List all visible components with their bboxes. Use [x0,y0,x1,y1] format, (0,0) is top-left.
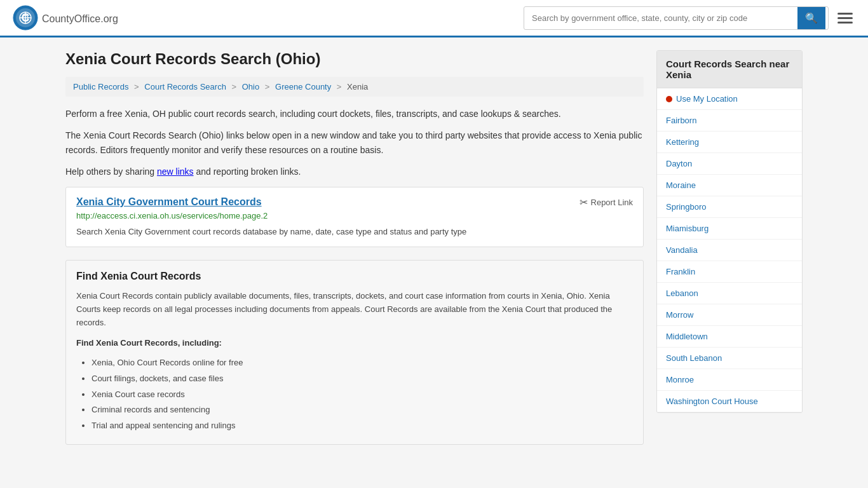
find-items-list: Xenia, Ohio Court Records online for fre… [92,355,633,433]
content-area: Xenia Court Records Search (Ohio) Public… [65,50,644,455]
record-link-title[interactable]: Xenia City Government Court Records [76,196,262,208]
intro-paragraph-1: Perform a free Xenia, OH public court re… [65,107,644,121]
logo-icon: C [13,5,38,30]
find-section-description: Xenia Court Records contain publicly ava… [76,290,633,329]
breadcrumb-greene-county[interactable]: Greene County [275,82,331,92]
sidebar-item-south-lebanon[interactable]: South Lebanon [657,348,802,369]
sidebar-item-franklin[interactable]: Franklin [657,261,802,283]
site-header: C CountyOffice.org 🔍 [0,0,868,37]
sidebar-link-monroe[interactable]: Monroe [666,375,694,384]
sidebar-item-kettering[interactable]: Kettering [657,132,802,153]
intro-3-text: Help others by sharing [65,166,154,177]
sidebar-item-moraine[interactable]: Moraine [657,175,802,196]
report-link-button[interactable]: ✂ Report Link [580,196,633,208]
sidebar-item-fairborn[interactable]: Fairborn [657,110,802,132]
logo-org: .org [100,13,118,24]
sidebar-link-miamisburg[interactable]: Miamisburg [666,224,709,233]
intro-paragraph-2: The Xenia Court Records Search (Ohio) li… [65,128,644,157]
sidebar-item-monroe[interactable]: Monroe [657,369,802,391]
location-icon [666,96,672,102]
intro-paragraph-3: Help others by sharing new links and rep… [65,165,644,179]
record-url[interactable]: http://eaccess.ci.xenia.oh.us/eservices/… [76,211,633,220]
sidebar-item-miamisburg[interactable]: Miamisburg [657,218,802,240]
find-section-title: Find Xenia Court Records [76,271,633,282]
record-description: Search Xenia City Government court recor… [76,226,633,238]
sidebar-link-vandalia[interactable]: Vandalia [666,245,698,255]
sidebar-link-kettering[interactable]: Kettering [666,137,699,147]
search-icon: 🔍 [805,13,818,24]
sidebar-item-springboro[interactable]: Springboro [657,196,802,218]
sidebar-link-dayton[interactable]: Dayton [666,159,692,168]
hamburger-menu[interactable] [835,10,855,26]
sidebar-link-washington-court-house[interactable]: Washington Court House [666,396,758,406]
menu-line-2 [837,17,853,19]
breadcrumb-public-records[interactable]: Public Records [73,82,128,92]
main-container: Xenia Court Records Search (Ohio) Public… [53,37,815,468]
record-link-box: Xenia City Government Court Records ✂ Re… [65,187,644,248]
record-link-header: Xenia City Government Court Records ✂ Re… [76,196,633,208]
list-item: Xenia, Ohio Court Records online for fre… [92,355,633,371]
sidebar-link-lebanon[interactable]: Lebanon [666,288,698,298]
breadcrumb-court-records[interactable]: Court Records Search [144,82,226,92]
breadcrumb-sep-3: > [265,82,270,92]
sidebar-use-location[interactable]: Use My Location [657,88,802,110]
sidebar-title: Court Records Search near Xenia [657,51,802,88]
sidebar-link-morrow[interactable]: Morrow [666,310,693,320]
sidebar-item-washington-court-house[interactable]: Washington Court House [657,391,802,412]
search-button[interactable]: 🔍 [797,7,825,29]
breadcrumb-sep-2: > [232,82,237,92]
sidebar-item-dayton[interactable]: Dayton [657,153,802,175]
sidebar-box: Court Records Search near Xenia Use My L… [656,50,803,413]
report-label: Report Link [591,198,633,207]
header-right: 🔍 [524,6,855,30]
sidebar-link-middletown[interactable]: Middletown [666,332,708,341]
search-input[interactable] [524,8,797,28]
breadcrumb-xenia: Xenia [347,82,368,92]
breadcrumb: Public Records > Court Records Search > … [65,77,644,97]
sidebar-link-moraine[interactable]: Moraine [666,180,696,190]
sidebar-item-lebanon[interactable]: Lebanon [657,283,802,304]
report-icon: ✂ [580,196,588,208]
list-item: Court filings, dockets, and case files [92,371,633,387]
find-section: Find Xenia Court Records Xenia Court Rec… [65,260,644,445]
sidebar-item-middletown[interactable]: Middletown [657,326,802,348]
sidebar-item-vandalia[interactable]: Vandalia [657,240,802,261]
sidebar-link-fairborn[interactable]: Fairborn [666,116,696,125]
intro-3-end: and reporting broken links. [196,166,301,177]
sidebar-item-morrow[interactable]: Morrow [657,304,802,326]
list-item: Xenia Court case records [92,387,633,403]
menu-line-3 [837,22,853,24]
page-title: Xenia Court Records Search (Ohio) [65,50,644,68]
new-links-link[interactable]: new links [157,166,194,177]
sidebar-link-franklin[interactable]: Franklin [666,267,695,276]
list-item: Trial and appeal sentencing and rulings [92,418,633,434]
breadcrumb-sep-1: > [134,82,139,92]
sidebar-link-springboro[interactable]: Springboro [666,202,707,212]
find-section-subtitle: Find Xenia Court Records, including: [76,337,633,350]
logo-name: CountyOffice [42,13,100,24]
use-location-label: Use My Location [676,94,738,104]
breadcrumb-ohio[interactable]: Ohio [242,82,259,92]
search-bar: 🔍 [524,6,829,30]
logo-area[interactable]: C CountyOffice.org [13,5,118,30]
menu-line-1 [837,13,853,15]
sidebar-link-south-lebanon[interactable]: South Lebanon [666,353,722,363]
list-item: Criminal records and sentencing [92,402,633,418]
breadcrumb-sep-4: > [337,82,342,92]
logo-text: CountyOffice.org [42,11,118,25]
sidebar: Court Records Search near Xenia Use My L… [656,50,803,455]
